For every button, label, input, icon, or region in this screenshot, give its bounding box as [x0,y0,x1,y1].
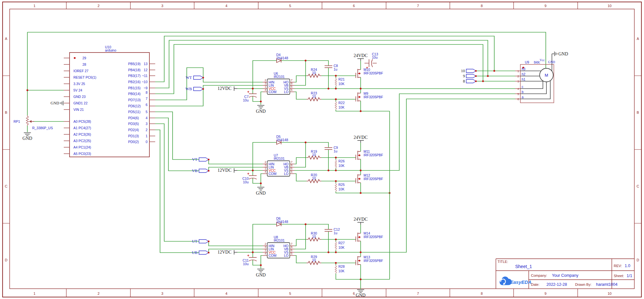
pin-number: 1 [517,69,519,73]
power-port-12v[interactable]: 12VDC [217,250,237,255]
component-value: IRF3205PBF [364,153,383,157]
date-label: Date: [531,283,539,286]
gnd-net-flag[interactable]: GND [51,101,63,105]
gnd-net-label: GND [51,101,59,105]
net-flag-label: 8 [463,79,465,83]
net-flag-vb[interactable]: VB [192,169,210,173]
driver-stage-2[interactable]: VT VB 12VDC 24VDC U7 IR2101 2HIN 3LIN 1V… [155,94,515,196]
resistor-icon[interactable] [335,78,337,87]
power-port-12v[interactable]: 12VDC [217,168,237,173]
pin-label: 5V 24 [73,88,82,92]
pin-number: 5 [291,252,292,255]
frame-col-label: 7 [417,4,419,8]
pin-label: 3.3V 25 [73,82,85,86]
pin-label: PB1(15) [128,86,141,90]
frame-row-label: B [637,111,639,114]
frame-col-label: 8 [481,292,483,295]
power-label: 24VDC [354,135,368,140]
resistor-icon[interactable] [335,101,337,110]
drawn-by-value[interactable]: haramt1004 [596,282,618,287]
pin-number: 13 [144,62,147,66]
rev-value[interactable]: 1.0 [625,264,630,268]
title-block: TITLE: Sheet_1 REV: 1.0 Company: Your Co… [496,259,634,289]
motor-u9[interactable]: M U9 bldc 1h3 2h2 3h1 4c 5b 6a Vcc GND G… [515,52,568,103]
frame-col-label: 10 [608,4,611,8]
net-flag-label: VB [192,169,197,173]
pin-number: 2 [146,128,147,132]
pin-number: 3 [517,80,519,83]
power-port-24v[interactable]: 24VDC [354,135,368,143]
gnd-net-flag[interactable]: GND GND [548,52,568,64]
pin-label: PD7(13) [128,98,141,102]
net-flag-vt[interactable]: VT [192,157,209,162]
component-value: bldc [534,60,540,64]
resistor-icon[interactable] [335,160,337,169]
resistor-icon[interactable] [335,183,337,192]
gnd-symbol-icon [357,290,364,293]
arduino-u10[interactable]: U10 arduino 29 28 IOREF 27 RESET PC6(1) … [51,45,155,157]
cap-icon[interactable] [325,148,332,150]
rev-label: REV: [614,264,622,268]
net-flag-hall[interactable]: 8 [463,79,477,83]
pin-label: h3 [522,67,526,71]
net-flag-hall[interactable]: 9 [463,74,477,78]
cap-polarized-icon[interactable] [247,173,257,179]
schematic-canvas[interactable]: 1 2 3 4 5 6 7 8 9 10 1 2 3 4 5 6 7 8 9 1… [0,0,644,299]
frame-col-label: 1 [33,292,35,295]
net-flag-ub[interactable]: UB [192,250,210,255]
power-label: 24VDC [354,217,368,222]
frame-row-label: A [637,37,639,41]
gnd-net-label: GND [548,60,555,64]
pin-label: LO [284,90,289,94]
net-flag-wt[interactable]: WT [186,75,204,80]
frame-row-label: C [637,184,639,188]
cap-polarized-icon[interactable] [247,91,257,97]
pin-label: A1 PC4(27) [73,126,91,130]
cap-icon[interactable] [325,229,332,231]
power-port-12v[interactable]: 12VDC [217,86,237,91]
pin-label: VIN 21 [73,108,84,111]
component-value: 10K [338,246,345,249]
component-value: 1u [334,149,337,153]
mosfet-icon[interactable] [356,233,361,242]
component-value: 10K [338,82,345,86]
mosfet-icon[interactable] [356,69,361,78]
mosfet-icon[interactable] [356,151,361,160]
date-value[interactable]: 2022-12-28 [546,282,567,287]
driver-stage-1[interactable]: WT WB 12VDC 24VDC U6 IR2101 2HIN 3LIN 1V… [155,53,515,114]
component-ref: RP1 [14,120,20,123]
mosfet-icon[interactable] [356,256,361,265]
component-value: 10K [338,269,345,273]
mosfet-icon[interactable] [356,174,361,183]
pin-number: 4 [265,170,266,173]
pin-number: 0 [146,140,147,144]
power-port-24v[interactable]: 24VDC [354,217,368,225]
sheet-value[interactable]: 1/1 [627,274,632,278]
resistor-icon[interactable] [335,265,337,274]
net-flag-label: WT [186,75,192,80]
net-flag-ut[interactable]: UT [192,239,209,244]
driver-stage-3[interactable]: UT UB 12VDC 24VDC U8 IR2101 2HIN 3LIN 1V… [155,99,515,289]
net-flag-wb[interactable]: WB [185,87,204,91]
pot-rp1[interactable]: RP1 R_3386P_US GND [14,32,64,141]
cap-polarized-icon[interactable] [247,255,257,261]
pin-number: 5 [146,110,147,114]
gnd-symbol-icon [24,133,31,136]
pin-label: h1 [522,77,526,81]
mosfet-icon[interactable] [356,92,361,101]
pin-label: PD4(6) [128,116,139,120]
power-port-24v[interactable]: 24VDC [354,53,368,61]
company-value[interactable]: Your Company [552,273,579,278]
cap-icon[interactable] [325,66,332,68]
pin-number: 7 [146,97,147,101]
resistor-icon[interactable] [335,242,337,250]
frame-col-label: 10 [608,292,611,295]
sheet-title[interactable]: Sheet_1 [515,264,532,269]
component-value: 1N4148 [276,56,288,60]
component-ref: R22 [338,101,345,105]
net-flag-hall[interactable]: 10 [461,69,477,73]
component-value: 1u [334,231,337,235]
pin-label: PD6(12) [128,104,141,108]
net-flag-label: VT [192,157,197,162]
frame-col-label: 3 [161,292,163,295]
